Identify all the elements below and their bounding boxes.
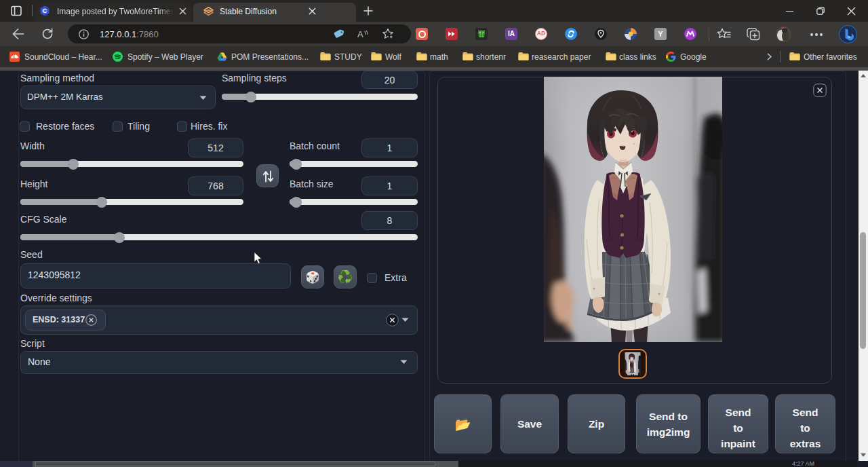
svg-text:C: C <box>43 7 47 14</box>
svg-text:A: A <box>357 29 363 39</box>
